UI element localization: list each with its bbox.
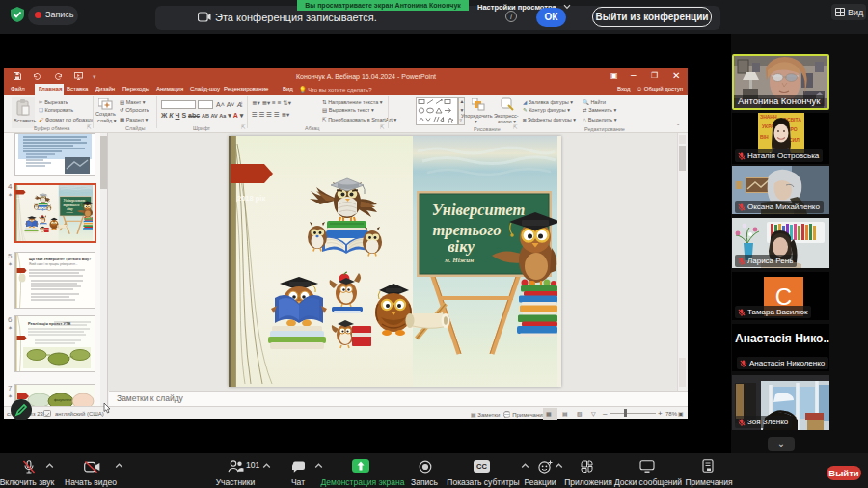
svg-text:2018 рік: 2018 рік bbox=[17, 197, 24, 199]
svg-text:ЗНАНН: ЗНАНН bbox=[760, 114, 777, 120]
svg-text:Університет: Університет bbox=[63, 199, 85, 203]
svg-text:факультети: факультети bbox=[54, 398, 71, 402]
svg-text:Що таке Університет Третього В: Що таке Університет Третього Віку? bbox=[29, 258, 91, 261]
svg-text:Університет: Університет bbox=[432, 201, 526, 219]
svg-text:Який саме і як працює універси: Який саме і як працює університет... bbox=[29, 262, 77, 266]
svg-text:2018 рік: 2018 рік bbox=[237, 194, 265, 203]
svg-text:віку: віку bbox=[448, 237, 475, 256]
svg-text:віку: віку bbox=[67, 207, 73, 211]
svg-text:ВІН: ВІН bbox=[760, 134, 769, 140]
svg-text:третього: третього bbox=[64, 203, 80, 207]
svg-text:м. Ніжин: м. Ніжин bbox=[444, 257, 474, 264]
